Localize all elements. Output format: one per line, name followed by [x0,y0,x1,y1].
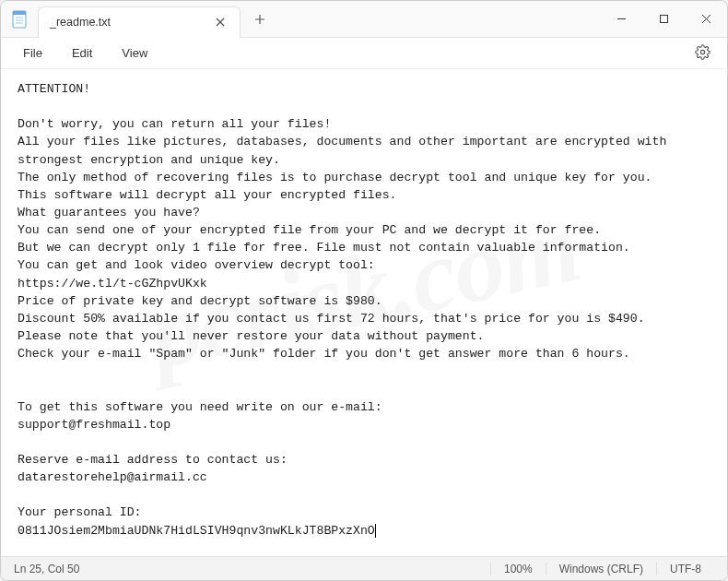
file-tab[interactable]: _readme.txt [38,6,241,38]
svg-rect-10 [660,16,667,23]
menu-edit[interactable]: Edit [57,42,107,64]
text-editor-area[interactable]: ATTENTION! Don't worry, you can return a… [1,69,727,556]
close-button[interactable] [685,1,727,38]
new-tab-button[interactable] [246,6,274,33]
menu-view[interactable]: View [107,42,162,64]
tab-title: _readme.txt [50,16,212,29]
maximize-button[interactable] [642,1,685,38]
status-encoding[interactable]: UTF-8 [656,563,714,575]
gear-icon[interactable] [686,41,720,66]
titlebar: _readme.txt [1,1,727,38]
text-caret [375,524,376,538]
statusbar: Ln 25, Col 50 100% Windows (CRLF) UTF-8 [1,556,727,580]
menubar: File Edit View [1,38,727,69]
notepad-icon [12,10,27,29]
status-line-ending[interactable]: Windows (CRLF) [546,563,656,575]
svg-point-13 [700,50,704,53]
menu-file[interactable]: File [8,42,57,64]
svg-rect-1 [13,11,26,15]
status-zoom[interactable]: 100% [490,563,546,575]
notepad-window: _readme.txt File Edit View [0,0,728,581]
minimize-button[interactable] [600,1,642,38]
window-controls [600,1,727,38]
status-position: Ln 25, Col 50 [14,563,92,575]
close-tab-icon[interactable] [212,14,229,30]
